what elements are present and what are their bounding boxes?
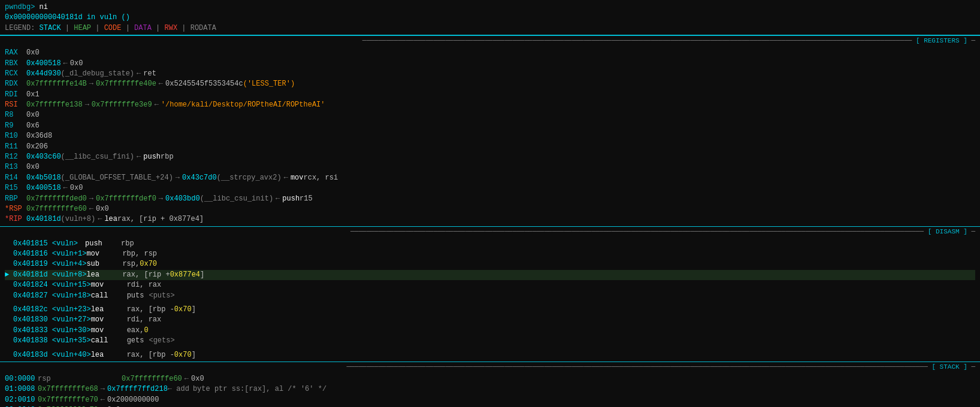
stack-addr-2: 0x7ffffffffe70 [38, 395, 98, 405]
reg-arrow2-r14: ← [284, 173, 288, 183]
reg-arrow-rcx: ← [137, 69, 141, 79]
stack-op-1: ← add [168, 384, 189, 394]
reg-arrow-rip: ← [98, 214, 102, 224]
reg-rhs-rbp: push [282, 194, 300, 204]
stack-addr-1: 0x7ffffffffe68 [38, 384, 98, 394]
reg-row-r10: R10 0x36d8 [5, 131, 975, 141]
reg-string-rsi: '/home/kali/Desktop/ROPtheAI/ROPtheAI' [161, 100, 325, 110]
disasm-op-0: rbp [121, 239, 134, 249]
disasm-addr-10: 0x40183d <vuln+40> [13, 350, 91, 360]
stack-val-1: 0x7ffff7ffd218 [107, 384, 168, 394]
stack-rsp-label: rsp [38, 374, 122, 384]
reg-func2-r14: (__strcpy_avx2) [217, 173, 282, 183]
addr-line: 0x000000000040181d in vuln () [5, 13, 975, 23]
reg-row-rip: *RIP 0x40181d (vuln+8) ← lea rax, [rip +… [5, 214, 975, 224]
reg-ptr-rdx: 0x7fffffffe40e [96, 79, 156, 89]
disasm-row-10: 0x40183d <vuln+40> lea rax, [rbp - 0x70] [5, 350, 975, 360]
reg-name-rsi: RSI [5, 100, 26, 110]
reg-arrow-rbp: → [89, 194, 93, 204]
disasm-op-5: puts [127, 291, 144, 301]
reg-val-r14: 0x4b5018 [26, 173, 61, 183]
reg-arrow-rdx: → [89, 79, 93, 89]
reg-row-rbx: RBX 0x400518 ← 0x0 [5, 59, 975, 69]
reg-func-rip: (vuln+8) [61, 214, 96, 224]
disasm-mnem-0: push [85, 239, 121, 249]
reg-func-r12: (__libc_csu_fini) [61, 152, 134, 162]
reg-arrow-rsp: ← [89, 204, 93, 214]
disasm-comment-5: <puts> [149, 291, 174, 301]
disasm-mnem-4: mov [91, 280, 127, 290]
stack-addr-0: 0x7ffffffffe60 [122, 374, 182, 384]
disasm-row-5: 0x401827 <vuln+18> call puts <puts> [5, 291, 975, 301]
disasm-row-3-current: ► 0x40181d <vuln+8> lea rax, [rip + 0x87… [5, 270, 975, 280]
reg-arrow3-rbp: ← [276, 194, 280, 204]
reg-rhs-rcx: ret [143, 69, 156, 79]
reg-name-r11: R11 [5, 142, 26, 152]
reg-name-rdx: RDX [5, 79, 26, 89]
disasm-row-8: 0x401833 <vuln+30> mov eax, 0 [5, 326, 975, 336]
disasm-op-10b: ] [192, 350, 196, 360]
disasm-mnem-7: mov [91, 315, 127, 325]
reg-val-rcx: 0x44d930 [26, 69, 61, 79]
reg-ptr-rsi: 0x7fffffffe3e9 [92, 100, 152, 110]
disasm-panel: 0x401815 <vuln> push rbp 0x401816 <vuln+… [0, 238, 980, 362]
reg-string-rdx: ('LESS_TER') [243, 79, 295, 89]
reg-row-rdx: RDX 0x7fffffffe14B → 0x7fffffffe40e ← 0x… [5, 79, 975, 89]
disasm-addr-2: 0x401819 <vuln+4> [13, 259, 86, 269]
reg-rhs2-r12: rbp [161, 152, 174, 162]
reg-name-r9: R9 [5, 121, 26, 131]
disasm-addr-0: 0x401815 <vuln> [13, 239, 85, 249]
reg-val-r9: 0x6 [26, 121, 40, 131]
reg-arrow2-rsi: ← [155, 100, 159, 110]
reg-rhs-r15: 0x0 [70, 183, 83, 193]
reg-arrow-rbx: ← [63, 59, 68, 69]
reg-val-rsi: 0x7ffffffe138 [26, 100, 83, 110]
disasm-hex-3: 0x877e4 [170, 270, 200, 280]
stack-comment-1: byte ptr ss:[rax], al /* '6' */ [193, 384, 326, 394]
reg-rhs2-rip: rax, [rip + 0x877e4] [117, 214, 204, 224]
legend-data: DATA [134, 24, 152, 32]
reg-hex-rdx: 0x5245545f5353454c [165, 79, 243, 89]
reg-rhs2-rbp: r15 [300, 194, 313, 204]
disasm-hex-8: 0 [144, 326, 148, 336]
disasm-row-1: 0x401816 <vuln+1> mov rbp, rsp [5, 249, 975, 259]
current-address: 0x000000000040181d in vuln () [5, 13, 130, 22]
reg-row-rsi: RSI 0x7ffffffe138 → 0x7fffffffe3e9 ← '/h… [5, 100, 975, 110]
reg-rhs-r14: mov [291, 173, 304, 183]
reg-arrow-r15: ← [63, 183, 68, 193]
disasm-mnem-10: lea [91, 350, 127, 360]
reg-func-r14: (_GLOBAL_OFFSET_TABLE_+24) [61, 173, 173, 183]
reg-arrow2-rbp: → [159, 194, 163, 204]
legend-rwx: RWX [165, 24, 178, 32]
stack-val-0: 0x0 [191, 374, 204, 384]
reg-row-rax: RAX 0x0 [5, 48, 975, 58]
disasm-addr-5: 0x401827 <vuln+18> [13, 291, 91, 301]
disasm-row-9: 0x401838 <vuln+35> call gets <gets> [5, 336, 975, 346]
disasm-op-3: rax, [rip + [122, 270, 170, 280]
stack-row-1: 01:0008 0x7ffffffffe68 → 0x7ffff7ffd218 … [5, 384, 975, 394]
reg-rhs-rip: lea [104, 214, 117, 224]
disasm-mnem-3: lea [86, 270, 122, 280]
reg-val-rdi: 0x1 [26, 90, 40, 100]
top-bar: pwndbg> ni 0x000000000040181d in vuln ()… [0, 0, 980, 35]
reg-name-r8: R8 [5, 110, 26, 120]
reg-row-rbp: RBP 0x7fffffffded0 → 0x7fffffffdef0 → 0x… [5, 194, 975, 204]
prompt-line: pwndbg> ni [5, 2, 975, 13]
disasm-mnem-9: call [91, 336, 127, 346]
reg-row-r11: R11 0x206 [5, 142, 975, 152]
reg-arrow-r12: ← [137, 152, 141, 162]
disasm-addr-6: 0x40182c <vuln+23> [13, 305, 91, 315]
stack-arrow-1: → [101, 384, 105, 394]
reg-row-r8: R8 0x0 [5, 110, 975, 120]
reg-row-r12: R12 0x403c60 (__libc_csu_fini) ← push rb… [5, 152, 975, 162]
legend-heap: HEAP [74, 24, 91, 32]
disasm-addr-7: 0x401830 <vuln+27> [13, 315, 91, 325]
registers-panel: RAX 0x0 RBX 0x400518 ← 0x0 RCX 0x44d930 … [0, 47, 980, 226]
reg-arrow2-rdx: ← [159, 79, 163, 89]
disasm-comment-9: <gets> [149, 336, 174, 346]
reg-arrow-rsi: → [85, 100, 89, 110]
stack-row-2: 02:0010 0x7ffffffffe70 ← 0x2000000000 [5, 395, 975, 405]
disasm-hex-2: 0x70 [140, 259, 157, 269]
disasm-hex-6: 0x70 [174, 305, 192, 315]
prompt-command: ni [35, 3, 48, 11]
